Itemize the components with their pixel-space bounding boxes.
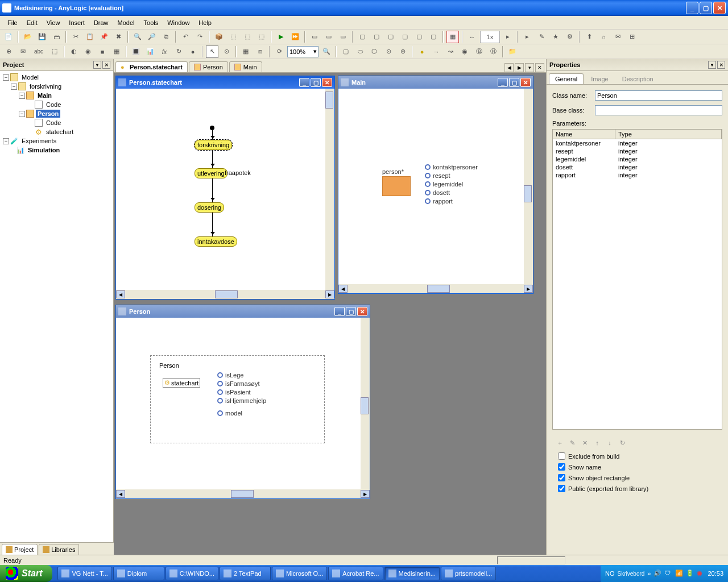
- tree-person[interactable]: −Person: [2, 109, 111, 118]
- snap-icon[interactable]: ⧈: [254, 45, 266, 58]
- t3-12[interactable]: 📁: [506, 45, 519, 58]
- t2-7[interactable]: ▦: [110, 45, 123, 58]
- tab-image[interactable]: Image: [585, 73, 615, 84]
- hscroll[interactable]: ◀▶: [338, 284, 533, 293]
- t-e3[interactable]: ★: [549, 31, 562, 43]
- param-dot[interactable]: [425, 190, 431, 196]
- tree-simulation[interactable]: Simulation: [2, 146, 111, 155]
- zoom-tool-icon[interactable]: 🔍: [320, 45, 333, 58]
- cut-icon[interactable]: ✂: [69, 31, 82, 43]
- taskbar-item[interactable]: Acrobat Re...: [328, 567, 383, 580]
- t-f2[interactable]: ⌂: [597, 31, 610, 43]
- t-b4[interactable]: ▢: [399, 31, 411, 43]
- tab-person[interactable]: Person: [189, 61, 228, 72]
- taskbar-item[interactable]: prtscmodell...: [441, 567, 496, 580]
- tree-forskrivning[interactable]: −forskrivning: [2, 82, 111, 91]
- t-speed[interactable]: 1x: [480, 31, 500, 43]
- tray-icon[interactable]: 🔊: [653, 569, 661, 577]
- param-dot[interactable]: [425, 181, 431, 187]
- t-d1[interactable]: ↔: [466, 31, 478, 43]
- minimize-button[interactable]: _: [686, 2, 698, 14]
- vscroll[interactable]: [361, 318, 370, 489]
- project-tree[interactable]: −Model −forskrivning −Main Code −Person …: [0, 71, 113, 555]
- tab-main[interactable]: Main: [229, 61, 262, 72]
- step-icon[interactable]: ⏩: [289, 31, 301, 43]
- t2-12[interactable]: ⊙: [220, 45, 233, 58]
- menu-view[interactable]: View: [42, 18, 65, 28]
- pointer-icon[interactable]: ↖: [206, 45, 218, 58]
- tray-chevron-icon[interactable]: »: [647, 570, 651, 577]
- mdi-statechart[interactable]: Person.statechart _▢✕ forskrivning utlev…: [115, 76, 335, 300]
- mdi-min-icon[interactable]: _: [498, 78, 508, 87]
- t3-11[interactable]: Ⓗ: [487, 45, 499, 58]
- mdi-max-icon[interactable]: ▢: [311, 78, 321, 87]
- taskbar-item[interactable]: 2 TextPad: [220, 567, 271, 580]
- menu-window[interactable]: Window: [163, 18, 194, 28]
- param-dot[interactable]: [217, 381, 223, 386]
- grid-icon[interactable]: ▦: [239, 45, 252, 58]
- find-icon[interactable]: 🔍: [131, 31, 144, 43]
- agent-box[interactable]: [382, 176, 411, 196]
- check-public[interactable]: Public (exported from library): [558, 485, 717, 492]
- mdi-min-icon[interactable]: _: [299, 78, 309, 87]
- saveall-icon[interactable]: 🗃: [50, 31, 63, 43]
- tab-libraries[interactable]: Libraries: [39, 544, 79, 555]
- taskbar-item[interactable]: Medisinerin...: [384, 567, 440, 580]
- copy-icon[interactable]: 📋: [84, 31, 96, 43]
- mdi-close-icon[interactable]: ✕: [357, 307, 367, 316]
- tree-experiments[interactable]: −Experiments: [2, 136, 111, 146]
- build3-icon[interactable]: ⬚: [241, 31, 254, 43]
- statechart-canvas[interactable]: forskrivning utlevering fraapotek doseri…: [116, 89, 334, 299]
- tray-lang[interactable]: NO: [605, 570, 615, 577]
- tab-general[interactable]: General: [549, 73, 584, 84]
- t2-abc[interactable]: abc: [31, 45, 47, 58]
- menu-insert[interactable]: Insert: [64, 18, 89, 28]
- check-exclude[interactable]: Exclude from build: [558, 452, 717, 460]
- param-dot[interactable]: [425, 198, 431, 204]
- person-canvas[interactable]: Person ⚙statechart isLege isFarmasøyt is…: [116, 318, 370, 498]
- hscroll[interactable]: ◀▶: [116, 290, 334, 299]
- zoom-select[interactable]: 100%: [287, 46, 318, 57]
- mdi-max-icon[interactable]: ▢: [346, 307, 356, 316]
- t2-11[interactable]: ●: [187, 45, 199, 58]
- t3-2[interactable]: ⬭: [354, 45, 366, 58]
- tray-label[interactable]: Skrivebord: [618, 571, 645, 577]
- t-b3[interactable]: ▢: [384, 31, 397, 43]
- param-dot[interactable]: [425, 164, 431, 170]
- t2-1[interactable]: ⊕: [2, 45, 15, 58]
- baseclass-input[interactable]: [595, 105, 722, 115]
- tab-close-icon[interactable]: ✕: [535, 63, 544, 72]
- tab-project[interactable]: Project: [2, 544, 38, 555]
- mdi-max-icon[interactable]: ▢: [509, 78, 519, 87]
- tab-menu-icon[interactable]: ▾: [525, 63, 534, 72]
- mdi-close-icon[interactable]: ✕: [322, 78, 332, 87]
- t2-fx[interactable]: fx: [158, 45, 171, 58]
- new-icon[interactable]: 📄: [2, 31, 15, 43]
- paste-icon[interactable]: 📌: [98, 31, 110, 43]
- param-dot[interactable]: [217, 372, 223, 378]
- check-showname[interactable]: Show name: [558, 463, 717, 471]
- param-row[interactable]: dosettinteger: [553, 163, 722, 171]
- t2-5[interactable]: ◉: [82, 45, 94, 58]
- t3-3[interactable]: ⬡: [368, 45, 380, 58]
- delete-icon[interactable]: ✖: [112, 31, 125, 43]
- save-icon[interactable]: 💾: [36, 31, 48, 43]
- state-utlevering[interactable]: utlevering: [195, 168, 228, 178]
- tree-model[interactable]: −Model: [2, 73, 111, 82]
- param-dot[interactable]: [425, 173, 431, 178]
- t2-10[interactable]: ↻: [172, 45, 185, 58]
- param-down-icon[interactable]: ↓: [605, 438, 615, 448]
- close-button[interactable]: ✕: [713, 2, 726, 14]
- tab-statechart[interactable]: Person.statechart: [115, 61, 188, 72]
- param-row[interactable]: rapportinteger: [553, 171, 722, 179]
- taskbar-item[interactable]: Microsoft O...: [272, 567, 327, 580]
- build-icon[interactable]: 📦: [213, 31, 225, 43]
- t3-8[interactable]: ↝: [444, 45, 457, 58]
- transition[interactable]: [212, 130, 213, 140]
- replace-icon[interactable]: 🔎: [146, 31, 158, 43]
- t-f1[interactable]: ⬆: [583, 31, 595, 43]
- tree-main-code[interactable]: Code: [2, 100, 111, 109]
- t2-2[interactable]: ✉: [16, 45, 29, 58]
- t-e4[interactable]: ⚙: [564, 31, 576, 43]
- params-header-type[interactable]: Type: [615, 130, 722, 139]
